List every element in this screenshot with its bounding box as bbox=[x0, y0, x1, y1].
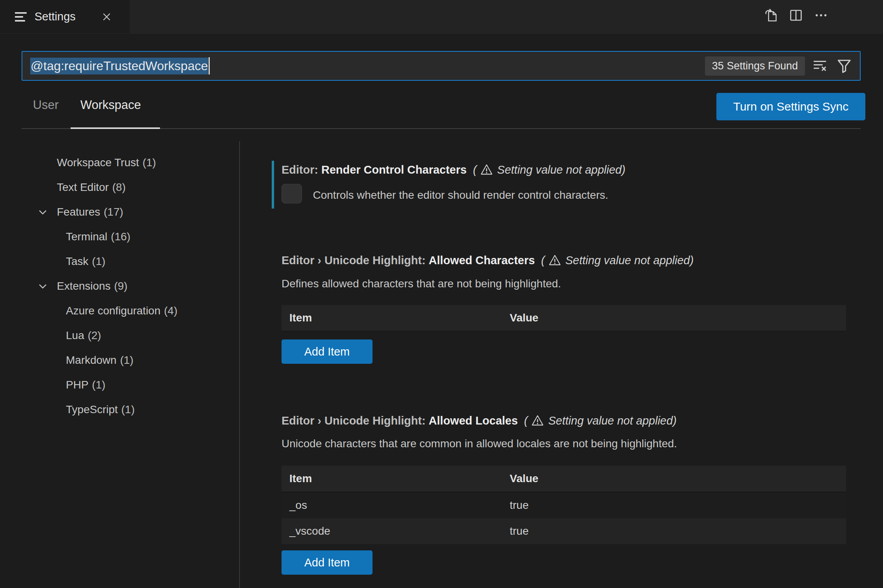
table-header: Item Value bbox=[282, 305, 846, 332]
allowed-locales-table: Item Value _os true _vscode true bbox=[282, 466, 846, 544]
sidebar-item-lua[interactable]: Lua(2) bbox=[33, 325, 222, 346]
sidebar-item-extensions[interactable]: Extensions(9) bbox=[33, 276, 222, 297]
close-tab-icon[interactable] bbox=[100, 10, 113, 24]
sidebar-item-typescript[interactable]: TypeScript(1) bbox=[33, 399, 222, 420]
table-row[interactable]: _vscode true bbox=[282, 518, 846, 544]
item-count: (1) bbox=[92, 379, 105, 391]
item-count: (17) bbox=[104, 206, 124, 218]
setting-category: Editor › Unicode Highlight: bbox=[282, 254, 429, 267]
setting-category: Editor › Unicode Highlight: bbox=[282, 414, 429, 427]
results-count-badge: 35 Settings Found bbox=[705, 56, 805, 76]
turn-on-settings-sync-button[interactable]: Turn on Settings Sync bbox=[716, 93, 865, 120]
item-count: (1) bbox=[92, 255, 105, 268]
editor-actions bbox=[763, 0, 829, 31]
clear-settings-search-icon[interactable] bbox=[810, 56, 829, 75]
search-query-selected-text: @tag:requireTrustedWorkspace bbox=[30, 58, 208, 74]
setting-warning: ( Setting value not applied) bbox=[473, 163, 625, 176]
warning-icon bbox=[531, 414, 544, 427]
tab-workspace-settings[interactable]: Workspace bbox=[80, 98, 141, 112]
setting-title-allowed-locales: Editor › Unicode Highlight: Allowed Loca… bbox=[282, 412, 677, 429]
vscode-settings-editor: Settings bbox=[0, 0, 883, 588]
sidebar-item-terminal[interactable]: Terminal(16) bbox=[33, 226, 222, 247]
setting-warning: ( Setting value not applied) bbox=[524, 414, 677, 427]
setting-description: Defines allowed characters that are not … bbox=[282, 278, 561, 290]
warning-icon bbox=[548, 254, 561, 267]
row-value: true bbox=[510, 525, 846, 537]
setting-name: Allowed Locales bbox=[429, 414, 518, 427]
table-row[interactable]: _os true bbox=[282, 492, 846, 518]
chevron-down-icon[interactable] bbox=[37, 207, 48, 218]
sidebar-item-azure-configuration[interactable]: Azure configuration(4) bbox=[33, 300, 222, 321]
column-header-item: Item bbox=[282, 472, 510, 485]
search-query: @tag:requireTrustedWorkspace bbox=[30, 58, 208, 74]
item-count: (4) bbox=[164, 305, 177, 317]
toc-content-divider bbox=[239, 141, 240, 588]
setting-description: Controls whether the editor should rende… bbox=[313, 189, 608, 201]
setting-warning: ( Setting value not applied) bbox=[541, 254, 694, 267]
setting-title-allowed-characters: Editor › Unicode Highlight: Allowed Char… bbox=[282, 252, 694, 269]
render-control-characters-checkbox[interactable] bbox=[282, 184, 302, 203]
row-item: _os bbox=[282, 499, 510, 512]
open-settings-json-icon[interactable] bbox=[763, 7, 779, 23]
add-item-button[interactable]: Add Item bbox=[282, 550, 372, 575]
item-count: (1) bbox=[120, 354, 133, 367]
filter-icon[interactable] bbox=[835, 56, 854, 75]
item-count: (1) bbox=[121, 403, 134, 416]
row-item: _vscode bbox=[282, 525, 510, 537]
settings-tab[interactable]: Settings bbox=[0, 0, 130, 33]
warning-icon bbox=[480, 163, 493, 176]
column-header-item: Item bbox=[282, 312, 510, 324]
item-count: (8) bbox=[112, 181, 125, 194]
sidebar-item-task[interactable]: Task(1) bbox=[33, 251, 222, 272]
modified-setting-indicator bbox=[272, 161, 274, 209]
allowed-characters-table: Item Value bbox=[282, 305, 846, 332]
item-count: (1) bbox=[143, 156, 156, 169]
setting-name: Render Control Characters bbox=[322, 163, 467, 176]
sidebar-item-text-editor[interactable]: Text Editor(8) bbox=[33, 177, 222, 198]
tab-title: Settings bbox=[35, 10, 76, 23]
settings-search-input[interactable]: @tag:requireTrustedWorkspace 35 Settings… bbox=[22, 51, 861, 81]
split-editor-icon[interactable] bbox=[788, 7, 804, 23]
active-tab-underline bbox=[71, 127, 160, 129]
tab-user-settings[interactable]: User bbox=[33, 98, 58, 112]
table-header: Item Value bbox=[282, 466, 846, 492]
chevron-down-icon[interactable] bbox=[37, 281, 48, 292]
column-header-value: Value bbox=[510, 312, 846, 324]
add-item-button[interactable]: Add Item bbox=[282, 339, 372, 364]
setting-description: Unicode characters that are common in al… bbox=[282, 437, 677, 450]
row-value: true bbox=[510, 499, 846, 512]
text-cursor bbox=[209, 57, 210, 74]
editor-tab-strip: Settings bbox=[0, 0, 883, 34]
sidebar-item-features[interactable]: Features(17) bbox=[33, 201, 222, 223]
sidebar-item-php[interactable]: PHP(1) bbox=[33, 374, 222, 396]
setting-title-render-control-characters: Editor: Render Control Characters ( Sett… bbox=[282, 162, 625, 178]
item-count: (2) bbox=[88, 329, 101, 342]
more-actions-icon[interactable] bbox=[813, 7, 829, 23]
sidebar-item-markdown[interactable]: Markdown(1) bbox=[33, 350, 222, 371]
item-count: (9) bbox=[114, 280, 127, 292]
column-header-value: Value bbox=[510, 472, 846, 485]
item-count: (16) bbox=[111, 230, 131, 243]
sidebar-item-workspace-trust[interactable]: Workspace Trust(1) bbox=[33, 152, 222, 173]
setting-category: Editor: bbox=[282, 163, 322, 176]
settings-list-icon bbox=[15, 12, 27, 22]
setting-name: Allowed Characters bbox=[429, 254, 535, 267]
